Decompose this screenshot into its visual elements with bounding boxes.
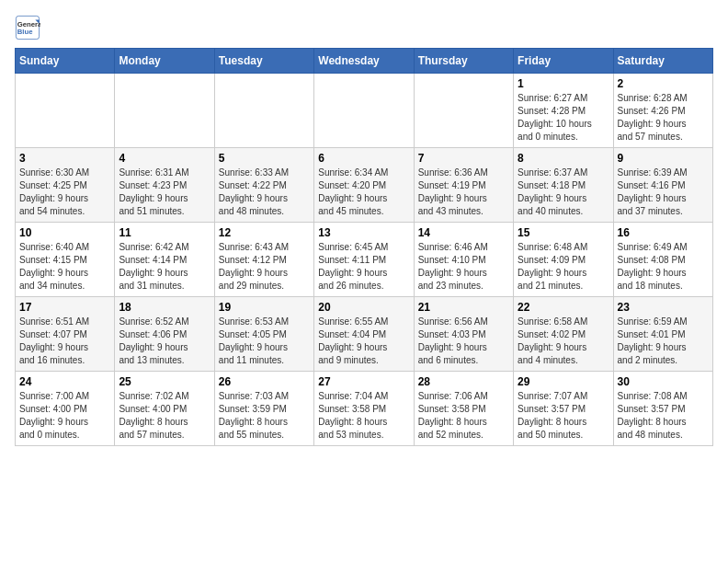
day-of-week-header: Friday — [514, 49, 613, 74]
day-number: 20 — [318, 301, 409, 314]
calendar-day-cell: 2Sunrise: 6:28 AM Sunset: 4:26 PM Daylig… — [613, 74, 712, 148]
day-number: 29 — [518, 375, 609, 388]
day-info: Sunrise: 6:39 AM Sunset: 4:16 PM Dayligh… — [618, 167, 709, 218]
calendar-day-cell: 20Sunrise: 6:55 AM Sunset: 4:04 PM Dayli… — [314, 297, 414, 372]
day-number: 14 — [418, 226, 509, 239]
day-of-week-header: Saturday — [613, 49, 712, 74]
page-header: General Blue — [15, 15, 713, 40]
calendar-week-row: 24Sunrise: 7:00 AM Sunset: 4:00 PM Dayli… — [16, 372, 713, 446]
calendar-day-cell: 14Sunrise: 6:46 AM Sunset: 4:10 PM Dayli… — [414, 223, 513, 297]
day-number: 16 — [618, 226, 709, 239]
calendar-day-cell: 5Sunrise: 6:33 AM Sunset: 4:22 PM Daylig… — [214, 148, 313, 223]
day-number: 17 — [19, 301, 110, 314]
calendar-day-cell: 26Sunrise: 7:03 AM Sunset: 3:59 PM Dayli… — [214, 372, 313, 446]
day-info: Sunrise: 6:52 AM Sunset: 4:06 PM Dayligh… — [119, 316, 210, 367]
calendar-header-row: SundayMondayTuesdayWednesdayThursdayFrid… — [16, 49, 713, 74]
day-number: 5 — [219, 152, 310, 165]
calendar-day-cell: 27Sunrise: 7:04 AM Sunset: 3:58 PM Dayli… — [314, 372, 414, 446]
day-number: 28 — [418, 375, 509, 388]
day-number: 7 — [418, 152, 509, 165]
day-info: Sunrise: 6:56 AM Sunset: 4:03 PM Dayligh… — [418, 316, 509, 367]
day-info: Sunrise: 6:48 AM Sunset: 4:09 PM Dayligh… — [518, 241, 609, 293]
calendar-day-cell: 24Sunrise: 7:00 AM Sunset: 4:00 PM Dayli… — [16, 372, 115, 446]
day-number: 11 — [119, 226, 210, 239]
calendar-day-cell: 16Sunrise: 6:49 AM Sunset: 4:08 PM Dayli… — [613, 223, 712, 297]
day-info: Sunrise: 6:40 AM Sunset: 4:15 PM Dayligh… — [19, 241, 110, 293]
calendar-week-row: 17Sunrise: 6:51 AM Sunset: 4:07 PM Dayli… — [16, 297, 713, 372]
day-number: 13 — [318, 226, 409, 239]
day-number: 21 — [418, 301, 509, 314]
calendar-day-cell: 4Sunrise: 6:31 AM Sunset: 4:23 PM Daylig… — [115, 148, 214, 223]
calendar-day-cell: 8Sunrise: 6:37 AM Sunset: 4:18 PM Daylig… — [514, 148, 613, 223]
day-number: 3 — [19, 152, 110, 165]
day-info: Sunrise: 6:51 AM Sunset: 4:07 PM Dayligh… — [19, 316, 110, 367]
calendar-day-cell: 17Sunrise: 6:51 AM Sunset: 4:07 PM Dayli… — [16, 297, 115, 372]
calendar-day-cell: 19Sunrise: 6:53 AM Sunset: 4:05 PM Dayli… — [214, 297, 313, 372]
calendar-day-cell: 22Sunrise: 6:58 AM Sunset: 4:02 PM Dayli… — [514, 297, 613, 372]
calendar-day-cell: 12Sunrise: 6:43 AM Sunset: 4:12 PM Dayli… — [214, 223, 313, 297]
day-number: 10 — [19, 226, 110, 239]
day-number: 24 — [19, 375, 110, 388]
day-info: Sunrise: 6:42 AM Sunset: 4:14 PM Dayligh… — [119, 241, 210, 293]
day-number: 26 — [219, 375, 310, 388]
day-info: Sunrise: 6:36 AM Sunset: 4:19 PM Dayligh… — [418, 167, 509, 218]
day-of-week-header: Wednesday — [314, 49, 414, 74]
day-info: Sunrise: 6:43 AM Sunset: 4:12 PM Dayligh… — [219, 241, 310, 293]
day-info: Sunrise: 6:46 AM Sunset: 4:10 PM Dayligh… — [418, 241, 509, 293]
day-info: Sunrise: 6:55 AM Sunset: 4:04 PM Dayligh… — [318, 316, 409, 367]
day-number: 18 — [119, 301, 210, 314]
calendar-day-cell: 7Sunrise: 6:36 AM Sunset: 4:19 PM Daylig… — [414, 148, 513, 223]
calendar-day-cell: 18Sunrise: 6:52 AM Sunset: 4:06 PM Dayli… — [115, 297, 214, 372]
day-info: Sunrise: 7:04 AM Sunset: 3:58 PM Dayligh… — [318, 390, 409, 442]
day-info: Sunrise: 7:08 AM Sunset: 3:57 PM Dayligh… — [618, 390, 709, 442]
calendar-table: SundayMondayTuesdayWednesdayThursdayFrid… — [15, 48, 713, 446]
day-number: 27 — [318, 375, 409, 388]
day-of-week-header: Tuesday — [214, 49, 313, 74]
calendar-day-cell: 6Sunrise: 6:34 AM Sunset: 4:20 PM Daylig… — [314, 148, 414, 223]
day-info: Sunrise: 7:03 AM Sunset: 3:59 PM Dayligh… — [219, 390, 310, 442]
day-info: Sunrise: 6:33 AM Sunset: 4:22 PM Dayligh… — [219, 167, 310, 218]
day-info: Sunrise: 6:28 AM Sunset: 4:26 PM Dayligh… — [618, 92, 709, 144]
day-number: 12 — [219, 226, 310, 239]
calendar-day-cell: 3Sunrise: 6:30 AM Sunset: 4:25 PM Daylig… — [16, 148, 115, 223]
calendar-day-cell: 11Sunrise: 6:42 AM Sunset: 4:14 PM Dayli… — [115, 223, 214, 297]
day-number: 4 — [119, 152, 210, 165]
calendar-day-cell: 10Sunrise: 6:40 AM Sunset: 4:15 PM Dayli… — [16, 223, 115, 297]
calendar-week-row: 3Sunrise: 6:30 AM Sunset: 4:25 PM Daylig… — [16, 148, 713, 223]
day-info: Sunrise: 6:58 AM Sunset: 4:02 PM Dayligh… — [518, 316, 609, 367]
day-number: 23 — [618, 301, 709, 314]
calendar-day-cell: 9Sunrise: 6:39 AM Sunset: 4:16 PM Daylig… — [613, 148, 712, 223]
day-info: Sunrise: 6:34 AM Sunset: 4:20 PM Dayligh… — [318, 167, 409, 218]
calendar-day-cell: 21Sunrise: 6:56 AM Sunset: 4:03 PM Dayli… — [414, 297, 513, 372]
calendar-day-cell: 28Sunrise: 7:06 AM Sunset: 3:58 PM Dayli… — [414, 372, 513, 446]
day-number: 30 — [618, 375, 709, 388]
day-number: 6 — [318, 152, 409, 165]
calendar-day-cell — [414, 74, 513, 148]
calendar-week-row: 1Sunrise: 6:27 AM Sunset: 4:28 PM Daylig… — [16, 74, 713, 148]
day-info: Sunrise: 6:45 AM Sunset: 4:11 PM Dayligh… — [318, 241, 409, 293]
day-info: Sunrise: 6:31 AM Sunset: 4:23 PM Dayligh… — [119, 167, 210, 218]
svg-text:Blue: Blue — [17, 28, 33, 36]
calendar-day-cell — [16, 74, 115, 148]
day-info: Sunrise: 6:59 AM Sunset: 4:01 PM Dayligh… — [618, 316, 709, 367]
calendar-day-cell: 29Sunrise: 7:07 AM Sunset: 3:57 PM Dayli… — [514, 372, 613, 446]
day-info: Sunrise: 7:06 AM Sunset: 3:58 PM Dayligh… — [418, 390, 509, 442]
day-number: 22 — [518, 301, 609, 314]
day-info: Sunrise: 6:49 AM Sunset: 4:08 PM Dayligh… — [618, 241, 709, 293]
day-of-week-header: Monday — [115, 49, 214, 74]
day-info: Sunrise: 6:37 AM Sunset: 4:18 PM Dayligh… — [518, 167, 609, 218]
day-number: 25 — [119, 375, 210, 388]
day-info: Sunrise: 7:00 AM Sunset: 4:00 PM Dayligh… — [19, 390, 110, 442]
day-number: 15 — [518, 226, 609, 239]
day-info: Sunrise: 6:53 AM Sunset: 4:05 PM Dayligh… — [219, 316, 310, 367]
calendar-day-cell — [214, 74, 313, 148]
day-number: 9 — [618, 152, 709, 165]
day-info: Sunrise: 7:02 AM Sunset: 4:00 PM Dayligh… — [119, 390, 210, 442]
calendar-day-cell: 13Sunrise: 6:45 AM Sunset: 4:11 PM Dayli… — [314, 223, 414, 297]
calendar-day-cell — [314, 74, 414, 148]
calendar-day-cell: 15Sunrise: 6:48 AM Sunset: 4:09 PM Dayli… — [514, 223, 613, 297]
day-info: Sunrise: 6:30 AM Sunset: 4:25 PM Dayligh… — [19, 167, 110, 218]
day-of-week-header: Thursday — [414, 49, 513, 74]
calendar-week-row: 10Sunrise: 6:40 AM Sunset: 4:15 PM Dayli… — [16, 223, 713, 297]
day-info: Sunrise: 7:07 AM Sunset: 3:57 PM Dayligh… — [518, 390, 609, 442]
